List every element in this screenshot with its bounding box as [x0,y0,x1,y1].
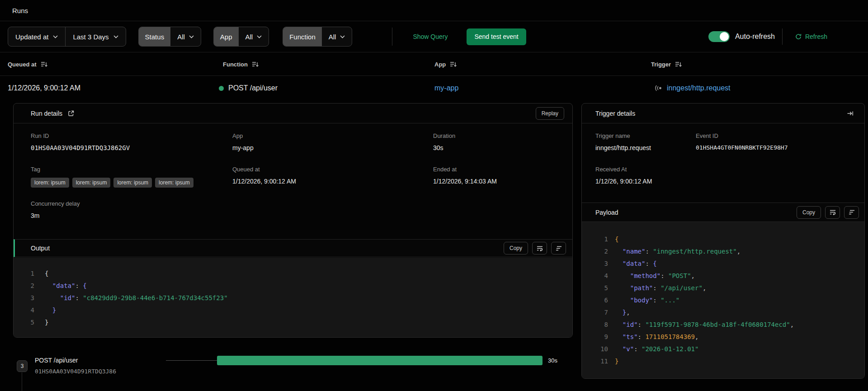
step-count-badge[interactable]: 3 [17,360,28,372]
app-filter-value: All [245,33,253,41]
code-line: 5} [14,316,572,329]
run-details-panel: Run details Replay Run ID 01HS0AA03V04D9… [13,103,573,338]
status-filter-dropdown[interactable]: Status All [138,27,201,47]
sort-icon [450,61,457,67]
sort-icon [41,61,47,67]
word-wrap-icon [830,209,836,215]
code-line: 7 }, [582,306,864,319]
timeline-duration-label: 30s [548,357,557,364]
code-line: 5 "path": "/api/user", [582,282,864,294]
cell-queued-at: 1/12/2026, 9:00:12 AM [8,76,80,100]
cell-function: POST /api/user [219,76,278,100]
function-filter-value: All [329,33,336,41]
event-trigger-icon [655,85,662,91]
field-received-at: Received At 1/12/26, 9:00:12 AM [595,166,652,185]
trigger-details-panel: Trigger details Trigger name inngest/htt… [581,103,865,379]
column-header-app[interactable]: App [434,52,457,76]
trigger-link[interactable]: inngest/http.request [667,84,731,92]
sort-icon [675,61,682,67]
refresh-icon [795,33,802,40]
tag-chip: lorem: ipsum [72,178,111,188]
table-row[interactable]: 1/12/2026, 9:00:12 AM POST /api/user my-… [0,76,868,100]
timeline-leader-line [166,360,217,361]
payload-code-block[interactable]: 1{2 "name": "inngest/http.request",3 "da… [582,222,864,378]
field-event-id: Event ID 01HSHA4GT0FN0NRBKTF92E98H7 [696,132,788,151]
word-wrap-button[interactable] [532,242,547,254]
code-line: 2 "name": "inngest/http.request", [582,245,864,258]
tag-chip: lorem: ipsum [31,178,69,188]
code-line: 10 "v": "2026-01-12.01" [582,343,864,355]
payload-section-header: Payload Copy [582,203,864,222]
function-filter-dropdown[interactable]: Function All [283,27,352,47]
refresh-divider [782,28,783,45]
tree-connector-line [22,372,22,391]
time-range-dropdown[interactable]: Last 3 Days [66,27,125,46]
code-line: 3 "data": { [582,258,864,270]
toggle-knob [720,32,729,41]
column-header-function[interactable]: Function [223,52,259,76]
run-details-header: Run details Replay [14,104,572,123]
auto-refresh-toggle[interactable] [708,31,730,42]
align-left-icon [556,245,562,251]
run-details-title: Run details [31,110,62,117]
payload-title: Payload [595,209,618,216]
output-code-block[interactable]: 1{2 "data": {3 "id": "c8429dd9-29b8-44e6… [14,258,572,337]
external-link-icon[interactable] [68,110,74,117]
field-app: App my-app [232,132,254,151]
format-button[interactable] [844,206,859,219]
code-line: 9 "ts": 1711051784369, [582,331,864,343]
trigger-details-header: Trigger details [582,104,864,123]
timeline-duration-bar[interactable] [217,356,542,365]
code-line: 8 "id": "119f5971-9878-46bd-a18f-4f06801… [582,319,864,331]
output-section-header[interactable]: Output Copy [14,239,572,257]
word-wrap-button[interactable] [825,206,840,219]
align-left-icon [849,209,855,215]
replay-button[interactable]: Replay [536,107,564,120]
chevron-down-icon [53,35,58,38]
top-bar: Runs [0,0,868,21]
app-filter-dropdown[interactable]: App All [213,27,269,47]
sort-field-dropdown[interactable]: Updated at [8,27,65,46]
code-line: 1{ [14,268,572,280]
function-filter-label: Function [283,27,322,46]
status-filter-value: All [177,33,185,41]
field-duration: Duration 30s [433,132,455,151]
tag-chip-list: lorem: ipsumlorem: ipsumlorem: ipsumlore… [31,178,193,188]
output-title: Output [31,245,50,252]
column-header-queued-at[interactable]: Queued at [8,52,47,76]
chevron-down-icon [113,35,118,38]
filter-divider [392,28,392,46]
app-link[interactable]: my-app [434,84,458,92]
field-tag: Tag lorem: ipsumlorem: ipsumlorem: ipsum… [31,166,193,188]
filter-bar: Updated at Last 3 Days Status All App Al… [0,21,868,52]
refresh-controls: Auto-refresh Refresh [708,28,827,45]
code-line: 3 "id": "c8429dd9-29b8-44e6-b714-767d34c… [14,292,572,304]
app-link-green[interactable]: my-app [232,144,254,151]
chevron-down-icon [189,35,194,38]
cell-app: my-app [434,76,458,100]
field-trigger-name: Trigger name inngest/http.request [595,132,651,151]
cell-trigger: inngest/http.request [655,76,731,100]
send-test-event-button[interactable]: Send test event [467,28,526,45]
status-dot [219,86,224,91]
chevron-down-icon [257,35,262,38]
timeline-run-id: 01HS0AA03V04D91RTDQ3J86 [35,368,116,375]
status-filter-label: Status [139,27,171,46]
show-query-link[interactable]: Show Query [413,33,448,40]
event-id-value: 01HSHA4GT0FN0NRBKTF92E98H7 [696,144,788,151]
time-filter-group: Updated at Last 3 Days [8,27,126,47]
output-copy-button[interactable]: Copy [504,242,528,254]
timeline-function-name: POST /api/user [35,357,78,364]
tag-chip: lorem: ipsum [113,178,152,188]
code-line: 4 "method": "POST", [582,270,864,282]
refresh-button[interactable]: Refresh [795,33,827,40]
chevron-down-icon [340,35,345,38]
code-line: 4 } [14,304,572,316]
code-line: 11} [582,355,864,367]
column-header-trigger[interactable]: Trigger [651,52,682,76]
tag-chip: lorem: ipsum [155,178,193,188]
code-line: 6 "body": "..." [582,294,864,306]
payload-copy-button[interactable]: Copy [797,206,821,219]
collapse-panel-icon[interactable] [847,110,854,117]
format-button[interactable] [551,242,566,254]
